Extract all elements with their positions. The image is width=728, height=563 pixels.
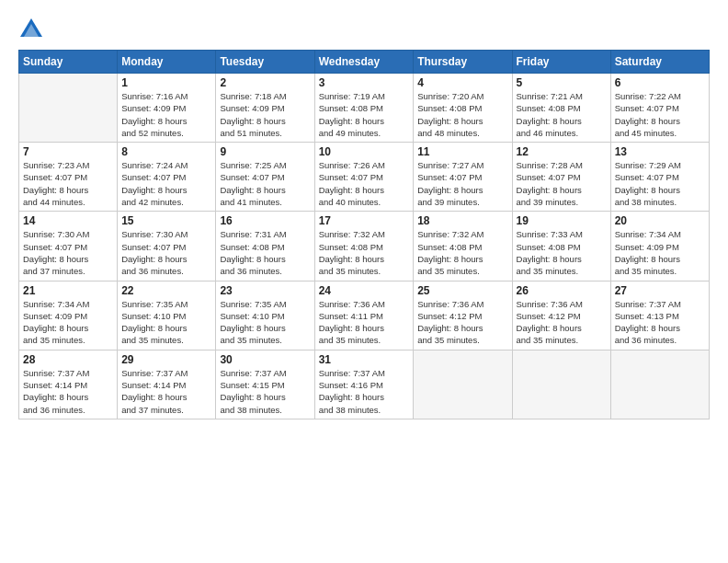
day-number: 10 <box>319 145 410 158</box>
logo <box>18 17 48 42</box>
day-cell: 8Sunrise: 7:24 AM Sunset: 4:07 PM Daylig… <box>118 143 216 212</box>
day-cell: 26Sunrise: 7:36 AM Sunset: 4:12 PM Dayli… <box>512 281 610 350</box>
day-info: Sunrise: 7:37 AM Sunset: 4:16 PM Dayligh… <box>319 367 410 416</box>
week-row-4: 21Sunrise: 7:34 AM Sunset: 4:09 PM Dayli… <box>19 281 710 350</box>
week-row-3: 14Sunrise: 7:30 AM Sunset: 4:07 PM Dayli… <box>19 212 710 281</box>
day-number: 23 <box>220 284 310 297</box>
day-cell: 21Sunrise: 7:34 AM Sunset: 4:09 PM Dayli… <box>19 281 118 350</box>
day-cell: 20Sunrise: 7:34 AM Sunset: 4:09 PM Dayli… <box>610 212 709 281</box>
day-number: 3 <box>319 76 410 89</box>
day-info: Sunrise: 7:36 AM Sunset: 4:11 PM Dayligh… <box>319 298 410 347</box>
day-info: Sunrise: 7:36 AM Sunset: 4:12 PM Dayligh… <box>517 298 607 347</box>
day-number: 22 <box>121 284 211 297</box>
day-number: 24 <box>319 284 410 297</box>
col-header-saturday: Saturday <box>610 51 709 74</box>
header <box>18 17 710 42</box>
day-info: Sunrise: 7:37 AM Sunset: 4:15 PM Dayligh… <box>220 367 310 416</box>
day-number: 2 <box>220 76 310 89</box>
day-info: Sunrise: 7:34 AM Sunset: 4:09 PM Dayligh… <box>23 298 113 347</box>
page: SundayMondayTuesdayWednesdayThursdayFrid… <box>0 0 728 563</box>
day-number: 6 <box>615 76 705 89</box>
day-cell <box>610 350 709 419</box>
day-cell: 6Sunrise: 7:22 AM Sunset: 4:07 PM Daylig… <box>610 74 709 143</box>
col-header-monday: Monday <box>118 51 216 74</box>
day-cell: 25Sunrise: 7:36 AM Sunset: 4:12 PM Dayli… <box>414 281 512 350</box>
day-number: 18 <box>417 214 507 227</box>
day-number: 19 <box>517 214 607 227</box>
col-header-sunday: Sunday <box>19 51 118 74</box>
col-header-thursday: Thursday <box>414 51 512 74</box>
day-cell <box>512 350 610 419</box>
day-info: Sunrise: 7:23 AM Sunset: 4:07 PM Dayligh… <box>23 159 113 208</box>
day-info: Sunrise: 7:29 AM Sunset: 4:07 PM Dayligh… <box>615 159 705 208</box>
day-number: 14 <box>23 214 113 227</box>
day-cell: 27Sunrise: 7:37 AM Sunset: 4:13 PM Dayli… <box>610 281 709 350</box>
calendar-table: SundayMondayTuesdayWednesdayThursdayFrid… <box>18 50 710 419</box>
day-cell: 17Sunrise: 7:32 AM Sunset: 4:08 PM Dayli… <box>314 212 414 281</box>
logo-icon <box>18 17 44 42</box>
week-row-1: 1Sunrise: 7:16 AM Sunset: 4:09 PM Daylig… <box>19 74 710 143</box>
day-number: 13 <box>615 145 705 158</box>
day-number: 5 <box>517 76 607 89</box>
day-cell <box>19 74 118 143</box>
col-header-wednesday: Wednesday <box>314 51 414 74</box>
day-cell: 31Sunrise: 7:37 AM Sunset: 4:16 PM Dayli… <box>314 350 414 419</box>
day-number: 4 <box>417 76 507 89</box>
day-info: Sunrise: 7:19 AM Sunset: 4:08 PM Dayligh… <box>319 90 410 139</box>
day-info: Sunrise: 7:21 AM Sunset: 4:08 PM Dayligh… <box>517 90 607 139</box>
day-cell: 4Sunrise: 7:20 AM Sunset: 4:08 PM Daylig… <box>414 74 512 143</box>
day-cell: 15Sunrise: 7:30 AM Sunset: 4:07 PM Dayli… <box>118 212 216 281</box>
day-cell: 14Sunrise: 7:30 AM Sunset: 4:07 PM Dayli… <box>19 212 118 281</box>
day-info: Sunrise: 7:18 AM Sunset: 4:09 PM Dayligh… <box>220 90 310 139</box>
day-cell: 9Sunrise: 7:25 AM Sunset: 4:07 PM Daylig… <box>216 143 314 212</box>
day-number: 25 <box>417 284 507 297</box>
day-cell: 19Sunrise: 7:33 AM Sunset: 4:08 PM Dayli… <box>512 212 610 281</box>
day-number: 1 <box>121 76 211 89</box>
day-info: Sunrise: 7:31 AM Sunset: 4:08 PM Dayligh… <box>220 228 310 277</box>
day-cell: 12Sunrise: 7:28 AM Sunset: 4:07 PM Dayli… <box>512 143 610 212</box>
day-info: Sunrise: 7:37 AM Sunset: 4:14 PM Dayligh… <box>121 367 211 416</box>
day-info: Sunrise: 7:25 AM Sunset: 4:07 PM Dayligh… <box>220 159 310 208</box>
day-info: Sunrise: 7:30 AM Sunset: 4:07 PM Dayligh… <box>121 228 211 277</box>
day-info: Sunrise: 7:26 AM Sunset: 4:07 PM Dayligh… <box>319 159 410 208</box>
day-info: Sunrise: 7:32 AM Sunset: 4:08 PM Dayligh… <box>417 228 507 277</box>
day-info: Sunrise: 7:35 AM Sunset: 4:10 PM Dayligh… <box>220 298 310 347</box>
day-number: 7 <box>23 145 113 158</box>
day-number: 16 <box>220 214 310 227</box>
col-header-friday: Friday <box>512 51 610 74</box>
day-number: 31 <box>319 353 410 366</box>
day-number: 11 <box>417 145 507 158</box>
day-number: 15 <box>121 214 211 227</box>
day-info: Sunrise: 7:37 AM Sunset: 4:13 PM Dayligh… <box>615 298 705 347</box>
day-cell: 7Sunrise: 7:23 AM Sunset: 4:07 PM Daylig… <box>19 143 118 212</box>
day-number: 21 <box>23 284 113 297</box>
day-number: 28 <box>23 353 113 366</box>
day-cell: 13Sunrise: 7:29 AM Sunset: 4:07 PM Dayli… <box>610 143 709 212</box>
day-cell: 29Sunrise: 7:37 AM Sunset: 4:14 PM Dayli… <box>118 350 216 419</box>
day-cell: 22Sunrise: 7:35 AM Sunset: 4:10 PM Dayli… <box>118 281 216 350</box>
day-info: Sunrise: 7:35 AM Sunset: 4:10 PM Dayligh… <box>121 298 211 347</box>
day-number: 29 <box>121 353 211 366</box>
day-info: Sunrise: 7:20 AM Sunset: 4:08 PM Dayligh… <box>417 90 507 139</box>
day-cell: 11Sunrise: 7:27 AM Sunset: 4:07 PM Dayli… <box>414 143 512 212</box>
day-number: 30 <box>220 353 310 366</box>
day-number: 9 <box>220 145 310 158</box>
day-cell: 30Sunrise: 7:37 AM Sunset: 4:15 PM Dayli… <box>216 350 314 419</box>
day-cell: 2Sunrise: 7:18 AM Sunset: 4:09 PM Daylig… <box>216 74 314 143</box>
day-cell <box>414 350 512 419</box>
day-cell: 5Sunrise: 7:21 AM Sunset: 4:08 PM Daylig… <box>512 74 610 143</box>
day-info: Sunrise: 7:34 AM Sunset: 4:09 PM Dayligh… <box>615 228 705 277</box>
day-cell: 18Sunrise: 7:32 AM Sunset: 4:08 PM Dayli… <box>414 212 512 281</box>
day-info: Sunrise: 7:30 AM Sunset: 4:07 PM Dayligh… <box>23 228 113 277</box>
day-info: Sunrise: 7:24 AM Sunset: 4:07 PM Dayligh… <box>121 159 211 208</box>
day-cell: 16Sunrise: 7:31 AM Sunset: 4:08 PM Dayli… <box>216 212 314 281</box>
day-info: Sunrise: 7:27 AM Sunset: 4:07 PM Dayligh… <box>417 159 507 208</box>
day-info: Sunrise: 7:28 AM Sunset: 4:07 PM Dayligh… <box>517 159 607 208</box>
day-info: Sunrise: 7:36 AM Sunset: 4:12 PM Dayligh… <box>417 298 507 347</box>
day-info: Sunrise: 7:16 AM Sunset: 4:09 PM Dayligh… <box>121 90 211 139</box>
day-number: 12 <box>517 145 607 158</box>
day-number: 27 <box>615 284 705 297</box>
day-number: 8 <box>121 145 211 158</box>
week-row-2: 7Sunrise: 7:23 AM Sunset: 4:07 PM Daylig… <box>19 143 710 212</box>
col-header-tuesday: Tuesday <box>216 51 314 74</box>
